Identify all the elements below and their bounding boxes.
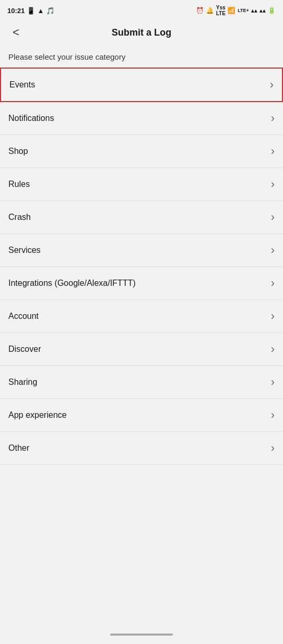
list-item[interactable]: Shop› (0, 135, 283, 168)
menu-item-label: Other (8, 443, 29, 453)
list-item[interactable]: Sharing› (0, 366, 283, 399)
list-item[interactable]: Rules› (0, 168, 283, 201)
menu-item-label: Integrations (Google/Alexa/IFTTT) (8, 279, 136, 288)
signal-icon: ▴▴ (251, 7, 257, 14)
chevron-right-icon: › (271, 145, 275, 158)
chevron-right-icon: › (270, 78, 274, 92)
menu-item-label: Shop (8, 147, 28, 156)
list-item[interactable]: Crash› (0, 201, 283, 234)
list-item[interactable]: Notifications› (0, 102, 283, 135)
list-item[interactable]: Services› (0, 234, 283, 267)
chevron-right-icon: › (271, 177, 275, 191)
menu-list: Events›Notifications›Shop›Rules›Crash›Se… (0, 68, 283, 465)
battery-icon: 🔋 (268, 7, 276, 14)
list-item[interactable]: Discover› (0, 333, 283, 366)
vibrate-icon: 🔔 (206, 7, 214, 14)
menu-item-label: Crash (8, 213, 31, 222)
lte2-icon: LTE+ (237, 8, 249, 13)
subtitle: Please select your issue category (0, 46, 283, 66)
menu-item-label: Rules (8, 180, 30, 189)
status-left: 10:21 📱 ▲ 🎵 (7, 7, 55, 15)
wifi-icon: 📶 (227, 7, 235, 14)
list-item[interactable]: Events› (0, 68, 283, 102)
signal2-icon: ▴▴ (259, 7, 266, 14)
menu-item-label: Events (9, 80, 35, 90)
menu-item-label: Account (8, 312, 39, 321)
chevron-right-icon: › (271, 309, 275, 323)
home-indicator (110, 634, 173, 636)
menu-item-label: Services (8, 246, 40, 255)
menu-item-label: Notifications (8, 114, 54, 123)
list-item[interactable]: Account› (0, 300, 283, 333)
back-button[interactable]: < (8, 24, 24, 41)
chevron-right-icon: › (271, 441, 275, 455)
chevron-right-icon: › (271, 210, 275, 224)
header: < Submit a Log (0, 19, 283, 46)
alarm-icon: ⏰ (196, 7, 204, 14)
music-icon: 🎵 (46, 7, 55, 15)
page-title: Submit a Log (112, 27, 171, 38)
status-time: 10:21 (7, 7, 25, 15)
phone-icon: 📱 (27, 7, 35, 15)
chevron-right-icon: › (271, 112, 275, 125)
menu-item-label: Discover (8, 345, 41, 354)
lte-icon: YssLTE (216, 5, 225, 16)
menu-item-label: Sharing (8, 377, 37, 387)
chevron-right-icon: › (271, 276, 275, 290)
chevron-right-icon: › (271, 375, 275, 389)
status-right: ⏰ 🔔 YssLTE 📶 LTE+ ▴▴ ▴▴ 🔋 (196, 5, 276, 16)
list-item[interactable]: App experience› (0, 399, 283, 432)
chevron-right-icon: › (271, 408, 275, 422)
list-item[interactable]: Other› (0, 432, 283, 465)
menu-item-label: App experience (8, 410, 67, 420)
list-item[interactable]: Integrations (Google/Alexa/IFTTT)› (0, 267, 283, 300)
status-bar: 10:21 📱 ▲ 🎵 ⏰ 🔔 YssLTE 📶 LTE+ ▴▴ ▴▴ 🔋 (0, 0, 283, 19)
chevron-right-icon: › (271, 243, 275, 257)
chevron-right-icon: › (271, 342, 275, 356)
upload-icon: ▲ (37, 7, 44, 15)
